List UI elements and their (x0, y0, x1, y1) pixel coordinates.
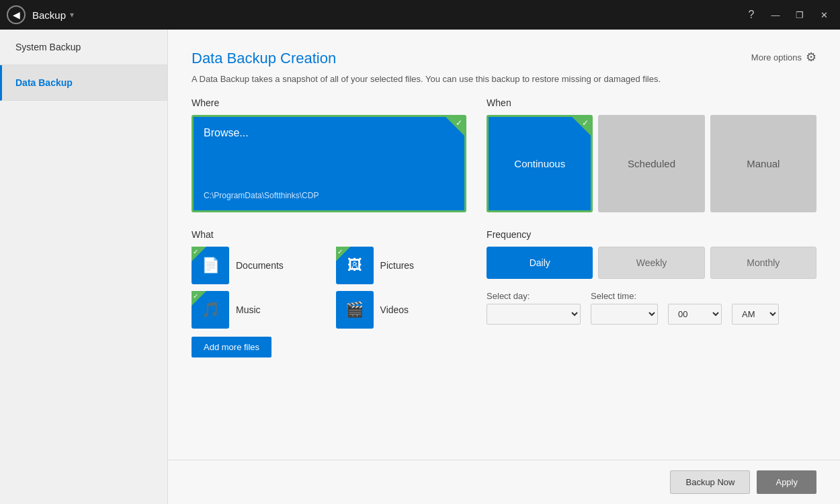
select-time-hour-dropdown[interactable]: 01 02 03 (591, 304, 658, 325)
sidebar-item-data-backup[interactable]: Data Backup (0, 65, 167, 101)
file-type-music[interactable]: 🎵 Music (192, 291, 323, 329)
where-section: Where Browse... C:\ProgramData\Softthink… (192, 97, 466, 212)
freq-monthly[interactable]: Monthly (710, 247, 816, 279)
close-button[interactable]: ✕ (814, 5, 833, 24)
pictures-icon: 🖼 (336, 247, 374, 284)
sidebar: System Backup Data Backup (0, 30, 168, 504)
window-controls: ? — ❐ ✕ (742, 5, 833, 24)
bottom-bar: Backup Now Apply (168, 460, 840, 504)
documents-icon: 📄 (192, 247, 229, 284)
videos-label: Videos (380, 304, 409, 315)
when-label: When (487, 97, 816, 108)
when-continuous[interactable]: Continuous (487, 115, 593, 212)
browse-card[interactable]: Browse... C:\ProgramData\Softthinks\CDP (192, 115, 466, 212)
what-frequency-section: What 📄 Documents 🖼 (192, 229, 816, 358)
when-section: When Continuous Scheduled Manual (487, 97, 816, 212)
what-section: What 📄 Documents 🖼 (192, 229, 466, 358)
browse-label: Browse... (204, 127, 454, 139)
page-title: Data Backup Creation (192, 50, 336, 67)
what-label: What (192, 229, 466, 240)
frequency-label: Frequency (487, 229, 816, 240)
gear-icon: ⚙ (806, 50, 816, 65)
day-time-row: Select day: Monday Tuesday Wednesday Thu… (487, 291, 816, 325)
select-day-dropdown[interactable]: Monday Tuesday Wednesday Thursday Friday… (487, 304, 581, 325)
title-bar: ◀ Backup ▾ ? — ❐ ✕ (0, 0, 840, 30)
pictures-label: Pictures (380, 260, 415, 271)
content-area: Data Backup Creation More options ⚙ A Da… (168, 30, 840, 504)
music-icon: 🎵 (192, 291, 229, 329)
back-icon: ◀ (13, 9, 20, 20)
select-time-group: Select time: 01 02 03 (591, 291, 658, 325)
frequency-cards: Daily Weekly Monthly (487, 247, 816, 279)
apply-button[interactable]: Apply (757, 470, 816, 494)
file-type-documents[interactable]: 📄 Documents (192, 247, 323, 284)
restore-button[interactable]: ❐ (790, 5, 809, 24)
chevron-down-icon[interactable]: ▾ (70, 10, 74, 19)
help-button[interactable]: ? (742, 5, 761, 24)
backup-now-button[interactable]: Backup Now (670, 470, 750, 494)
when-cards: Continuous Scheduled Manual (487, 115, 816, 212)
music-label: Music (236, 304, 261, 315)
select-minutes-dropdown[interactable]: 00 15 30 45 (668, 304, 722, 325)
videos-icon: 🎬 (336, 291, 374, 329)
description-text: A Data Backup takes a snapshot of all of… (192, 74, 816, 84)
where-when-section: Where Browse... C:\ProgramData\Softthink… (192, 97, 816, 212)
what-grid: 📄 Documents 🖼 Pictures (192, 247, 466, 329)
select-hour-group: 00 15 30 45 (668, 291, 722, 325)
add-more-files-button[interactable]: Add more files (192, 337, 271, 358)
minimize-button[interactable]: — (766, 5, 785, 24)
select-day-label: Select day: (487, 291, 581, 301)
app-body: System Backup Data Backup Data Backup Cr… (0, 30, 840, 504)
documents-label: Documents (236, 260, 284, 271)
content-header: Data Backup Creation More options ⚙ (192, 50, 816, 67)
when-manual[interactable]: Manual (710, 115, 816, 212)
select-ampm-group: AM PM (732, 291, 779, 325)
freq-weekly[interactable]: Weekly (598, 247, 704, 279)
sidebar-item-system-backup[interactable]: System Backup (0, 30, 167, 65)
browse-path: C:\ProgramData\Softthinks\CDP (204, 191, 454, 200)
app-title: Backup ▾ (32, 9, 74, 21)
file-type-videos[interactable]: 🎬 Videos (336, 291, 467, 329)
more-options-button[interactable]: More options ⚙ (751, 50, 816, 65)
select-time-label: Select time: (591, 291, 658, 301)
select-ampm-dropdown[interactable]: AM PM (732, 304, 779, 325)
back-button[interactable]: ◀ (7, 5, 26, 24)
select-day-group: Select day: Monday Tuesday Wednesday Thu… (487, 291, 581, 325)
where-label: Where (192, 97, 466, 108)
file-type-pictures[interactable]: 🖼 Pictures (336, 247, 467, 284)
when-scheduled[interactable]: Scheduled (598, 115, 704, 212)
frequency-section: Frequency Daily Weekly Monthly (487, 229, 816, 358)
freq-daily[interactable]: Daily (487, 247, 593, 279)
when-checkmark (572, 117, 591, 136)
